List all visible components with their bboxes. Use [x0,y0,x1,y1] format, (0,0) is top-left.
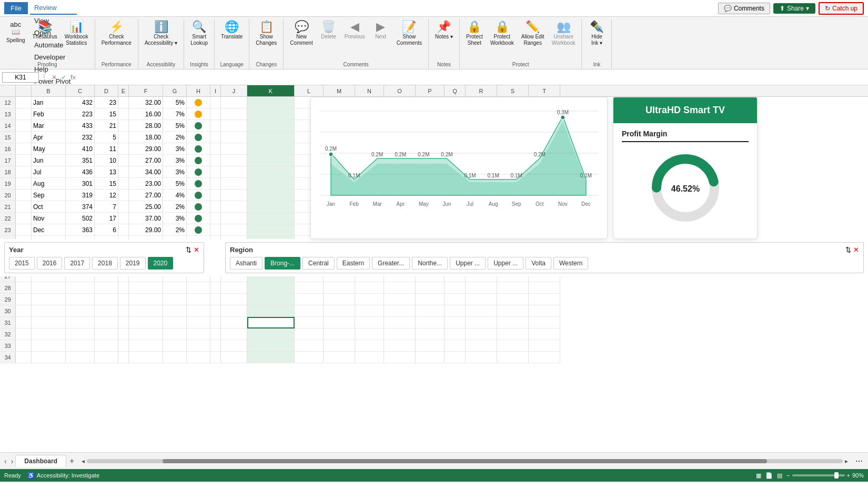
cell-H14[interactable] [187,120,210,132]
cell-G20[interactable]: 4% [163,190,187,201]
col-header-Q[interactable]: Q [445,85,466,96]
cell-O34[interactable] [384,352,416,363]
cell-B15[interactable]: Apr [32,132,66,143]
cell-K18[interactable] [247,166,295,178]
cell-E13[interactable] [118,108,129,120]
year-slicer-sort-icon[interactable]: ⇅ [186,246,191,254]
zoom-out-icon[interactable]: − [786,472,790,479]
cell-J16[interactable] [221,143,247,155]
cell-S31[interactable] [497,317,529,328]
cell-E16[interactable] [118,143,129,155]
cell-E32[interactable] [118,328,129,340]
cell-R29[interactable] [466,294,497,305]
cell-E18[interactable] [118,166,129,178]
col-header-R[interactable]: R [466,85,497,96]
cell-E23[interactable] [118,224,129,236]
cell-C12[interactable]: 432 [66,97,95,108]
cell-B29[interactable] [32,294,66,305]
cell-D14[interactable]: 21 [95,120,118,132]
cell-J18[interactable] [221,166,247,178]
cell-O32[interactable] [384,328,416,340]
cell-D33[interactable] [95,340,118,352]
hide-ink-button[interactable]: ✒️ HideInk ▾ [585,19,608,48]
col-header-N[interactable]: N [355,85,384,96]
cell-T33[interactable] [529,340,560,352]
cell-K33[interactable] [247,340,295,352]
cell-A12[interactable] [16,97,32,108]
cell-F15[interactable]: 18.00 [129,132,163,143]
cell-I14[interactable] [210,120,221,132]
cell-C22[interactable]: 502 [66,213,95,224]
cell-G22[interactable]: 3% [163,213,187,224]
cell-Q30[interactable] [445,305,466,317]
cell-D18[interactable]: 13 [95,166,118,178]
cell-O28[interactable] [384,282,416,294]
cell-H23[interactable] [187,224,210,236]
cell-K20[interactable] [247,190,295,201]
cell-S32[interactable] [497,328,529,340]
cell-J17[interactable] [221,155,247,166]
show-changes-button[interactable]: 📋 ShowChanges [253,19,280,48]
cell-F14[interactable]: 28.00 [129,120,163,132]
cell-J29[interactable] [221,294,247,305]
unshare-workbook-button[interactable]: 👥 UnshareWorkbook [549,19,579,48]
cell-H16[interactable] [187,143,210,155]
cell-C18[interactable]: 436 [66,166,95,178]
cell-B28[interactable] [32,282,66,294]
cell-G32[interactable] [163,328,187,340]
cell-E17[interactable] [118,155,129,166]
cell-B18[interactable]: Jul [32,166,66,178]
cell-B14[interactable]: Mar [32,120,66,132]
cell-I22[interactable] [210,213,221,224]
cell-I31[interactable] [210,317,221,328]
cell-T34[interactable] [529,352,560,363]
cell-Q28[interactable] [445,282,466,294]
region-slicer-item-Eastern[interactable]: Eastern [337,257,370,270]
cell-C32[interactable] [66,328,95,340]
cell-S28[interactable] [497,282,529,294]
cell-D13[interactable]: 15 [95,108,118,120]
cell-A30[interactable] [16,305,32,317]
cell-J13[interactable] [221,108,247,120]
cell-G34[interactable] [163,352,187,363]
cell-K34[interactable] [247,352,295,363]
cell-H20[interactable] [187,190,210,201]
region-slicer-sort-icon[interactable]: ⇅ [845,246,851,254]
cell-F34[interactable] [129,352,163,363]
delete-comment-button[interactable]: 🗑️ Delete [317,19,340,42]
cell-F22[interactable]: 37.00 [129,213,163,224]
scroll-track[interactable] [87,459,843,463]
cell-G33[interactable] [163,340,187,352]
cell-T29[interactable] [529,294,560,305]
col-header-L[interactable]: L [295,85,324,96]
cell-J14[interactable] [221,120,247,132]
cell-G15[interactable]: 2% [163,132,187,143]
cell-K23[interactable] [247,224,295,236]
scroll-left-icon[interactable]: ◂ [82,457,85,465]
cell-F29[interactable] [129,294,163,305]
col-header-M[interactable]: M [324,85,355,96]
col-header-I[interactable]: I [210,85,221,96]
spelling-button[interactable]: abc📖 Spelling [3,19,28,46]
share-button[interactable]: ⬆ Share ▾ [773,3,815,14]
cell-C13[interactable]: 223 [66,108,95,120]
cell-I18[interactable] [210,166,221,178]
cell-N28[interactable] [355,282,384,294]
cell-F17[interactable]: 27.00 [129,155,163,166]
cell-A18[interactable] [16,166,32,178]
cell-P31[interactable] [416,317,445,328]
cell-A13[interactable] [16,108,32,120]
cell-R34[interactable] [466,352,497,363]
cell-F18[interactable]: 34.00 [129,166,163,178]
cell-C30[interactable] [66,305,95,317]
cell-I13[interactable] [210,108,221,120]
cell-G28[interactable] [163,282,187,294]
cell-L31[interactable] [295,317,324,328]
cell-D17[interactable]: 10 [95,155,118,166]
year-slicer-item-2017[interactable]: 2017 [64,257,90,270]
cell-D32[interactable] [95,328,118,340]
cell-L28[interactable] [295,282,324,294]
cell-O30[interactable] [384,305,416,317]
col-header-C[interactable]: C [66,85,95,96]
cell-E31[interactable] [118,317,129,328]
